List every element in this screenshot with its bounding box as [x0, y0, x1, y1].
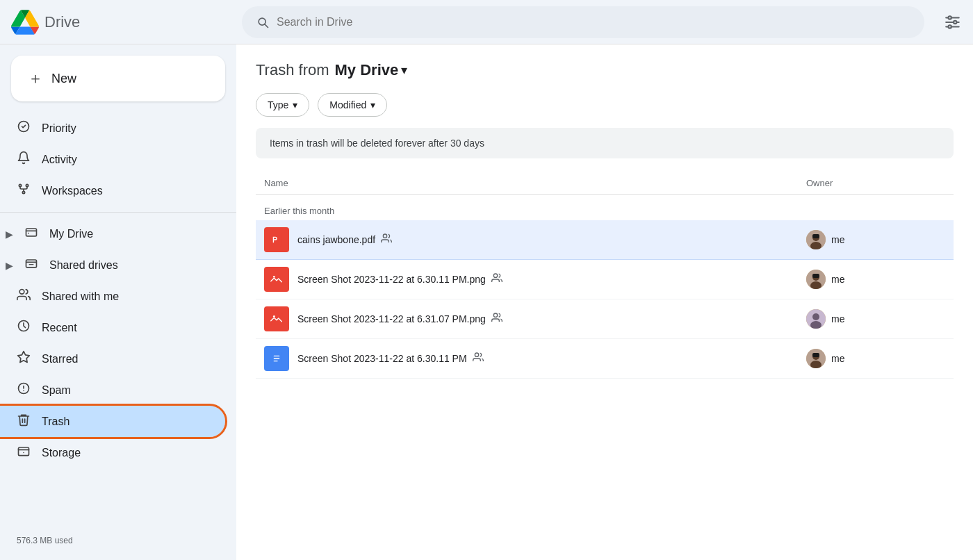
owner-name-3: me — [831, 313, 844, 324]
file-name-area-2: Screen Shot 2023-11-22 at 6.30.11 PM.png — [297, 272, 806, 286]
drive-logo-icon — [11, 8, 39, 36]
svg-point-1 — [19, 184, 21, 186]
avatar-1 — [806, 230, 826, 249]
main-content: Trash from My Drive ▾ Type ▾ Modified ▾ … — [236, 44, 973, 560]
file-name-area-4: Screen Shot 2023-11-22 at 6.30.11 PM — [297, 352, 806, 365]
sidebar-item-label-trash: Trash — [42, 415, 70, 428]
shared-drives-icon — [24, 256, 38, 274]
svg-rect-35 — [812, 353, 819, 357]
search-bar[interactable] — [242, 6, 924, 38]
activity-icon — [17, 151, 31, 168]
info-banner-text: Items in trash will be deleted forever a… — [270, 138, 484, 149]
file-name-4: Screen Shot 2023-11-22 at 6.30.11 PM — [297, 353, 467, 364]
shared-with-me-icon — [17, 288, 31, 305]
sidebar-item-label-storage: Storage — [42, 447, 81, 459]
filter-type-arrow: ▾ — [293, 99, 297, 110]
svg-rect-23 — [812, 274, 819, 278]
filter-settings-icon[interactable] — [944, 13, 962, 31]
owner-name-1: me — [831, 234, 844, 245]
filter-modified-arrow: ▾ — [370, 99, 375, 110]
sidebar-item-shared-with-me[interactable]: Shared with me — [0, 281, 225, 312]
sidebar-item-workspaces[interactable]: Workspaces — [0, 175, 225, 206]
sidebar-item-label-recent: Recent — [42, 322, 77, 334]
filter-modified-button[interactable]: Modified ▾ — [318, 93, 387, 117]
sidebar-item-starred[interactable]: Starred — [0, 343, 225, 374]
new-button[interactable]: ＋ New — [11, 56, 225, 101]
owner-name-4: me — [831, 353, 844, 364]
svg-point-10 — [23, 452, 24, 454]
my-drive-icon — [24, 225, 38, 242]
svg-point-31 — [475, 353, 478, 356]
page-title-dropdown-arrow: ▾ — [401, 63, 407, 78]
avatar-2 — [806, 270, 826, 289]
file-name-3: Screen Shot 2023-11-22 at 6.31.07 PM.png — [297, 313, 486, 324]
svg-point-18 — [273, 276, 275, 278]
storage-used-text: 576.3 MB used — [17, 536, 73, 545]
svg-point-28 — [812, 313, 819, 320]
file-name-1: cains jawbone.pdf — [297, 234, 375, 245]
svg-point-26 — [493, 313, 497, 317]
sidebar-item-label-starred: Starred — [42, 353, 78, 365]
filter-modified-label: Modified — [329, 99, 366, 110]
col-header-name: Name — [264, 178, 806, 188]
svg-point-25 — [273, 315, 275, 318]
sidebar-item-label-priority: Priority — [42, 122, 76, 135]
shared-icon-3 — [491, 312, 502, 326]
svg-point-7 — [19, 290, 24, 295]
file-row-1[interactable]: cains jawbone.pdf me — [256, 220, 954, 260]
svg-point-5 — [28, 233, 29, 234]
shared-icon-1 — [381, 233, 392, 247]
workspaces-icon — [17, 182, 31, 199]
topbar: Drive — [0, 0, 973, 44]
file-icon-pdf-1 — [264, 227, 289, 252]
spam-icon — [17, 381, 31, 399]
search-input[interactable] — [277, 16, 910, 28]
file-icon-img-2 — [264, 267, 289, 292]
logo-area: Drive — [11, 8, 234, 36]
sidebar-item-label-activity: Activity — [42, 154, 77, 166]
new-button-label: New — [51, 72, 76, 86]
expand-arrow-shared-drives: ▶ — [6, 260, 13, 271]
plus-icon: ＋ — [28, 68, 43, 89]
recent-icon — [17, 319, 31, 336]
avatar-4 — [806, 349, 826, 368]
avatar-3 — [806, 309, 826, 329]
svg-point-2 — [26, 184, 28, 186]
sidebar-item-storage[interactable]: Storage — [0, 437, 225, 468]
file-row-2[interactable]: Screen Shot 2023-11-22 at 6.30.11 PM.png… — [256, 260, 954, 299]
sidebar-item-trash[interactable]: Trash — [0, 406, 225, 437]
main-layout: ＋ New Priority Activity Workspaces — [0, 44, 973, 560]
sidebar-item-label-shared-with-me: Shared with me — [42, 290, 119, 303]
file-row-4[interactable]: Screen Shot 2023-11-22 at 6.30.11 PM me — [256, 339, 954, 379]
sidebar-item-shared-drives[interactable]: ▶ Shared drives — [0, 249, 225, 281]
app-name: Drive — [44, 13, 80, 31]
file-name-area-1: cains jawbone.pdf — [297, 233, 806, 247]
topbar-right — [944, 13, 962, 31]
owner-name-2: me — [831, 274, 844, 285]
sidebar-item-activity[interactable]: Activity — [0, 144, 225, 175]
section-label-earlier: Earlier this month — [256, 197, 954, 220]
svg-rect-16 — [812, 234, 819, 238]
sidebar-item-my-drive[interactable]: ▶ My Drive — [0, 218, 225, 249]
sidebar-item-label-workspaces: Workspaces — [42, 185, 103, 197]
file-name-2: Screen Shot 2023-11-22 at 6.30.11 PM.png — [297, 274, 486, 285]
sidebar: ＋ New Priority Activity Workspaces — [0, 44, 236, 560]
svg-rect-4 — [26, 229, 37, 236]
page-title-dropdown[interactable]: My Drive ▾ — [335, 61, 408, 79]
filter-type-button[interactable]: Type ▾ — [256, 93, 309, 117]
sidebar-item-recent[interactable]: Recent — [0, 312, 225, 343]
svg-point-12 — [383, 234, 386, 238]
sidebar-item-label-shared-drives: Shared drives — [49, 259, 118, 272]
info-banner: Items in trash will be deleted forever a… — [256, 128, 954, 158]
sidebar-divider-1 — [0, 212, 236, 213]
sidebar-item-spam[interactable]: Spam — [0, 374, 225, 406]
sidebar-item-priority[interactable]: Priority — [0, 113, 225, 144]
shared-icon-4 — [473, 352, 484, 365]
file-row-3[interactable]: Screen Shot 2023-11-22 at 6.31.07 PM.png… — [256, 299, 954, 339]
table-header: Name Owner — [256, 172, 954, 195]
file-icon-img-3 — [264, 306, 289, 331]
page-header: Trash from My Drive ▾ — [256, 61, 954, 79]
svg-rect-6 — [26, 260, 37, 267]
storage-icon — [17, 444, 31, 461]
trash-icon — [17, 413, 31, 430]
